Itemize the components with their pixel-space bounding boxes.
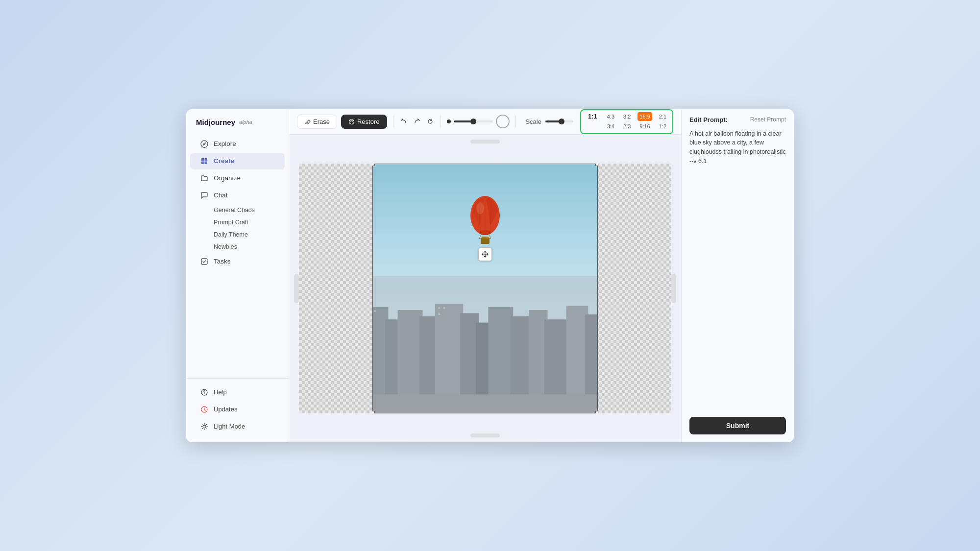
svg-rect-1 xyxy=(201,158,204,161)
sidebar-item-label-create: Create xyxy=(214,157,234,165)
sidebar-item-label-updates: Updates xyxy=(214,406,237,413)
sidebar-item-organize[interactable]: Organize xyxy=(190,170,285,187)
toolbar: Erase Restore xyxy=(289,109,681,135)
city-skyline xyxy=(372,276,598,413)
sidebar-subitem-label-newbies: Newbies xyxy=(214,243,237,250)
move-cursor-icon[interactable] xyxy=(478,247,492,261)
svg-line-14 xyxy=(202,424,202,425)
scroll-bottom[interactable] xyxy=(470,433,500,437)
sidebar-subitem-prompt-craft[interactable]: Prompt Craft xyxy=(190,216,285,228)
sidebar-subitem-newbies[interactable]: Newbies xyxy=(190,241,285,253)
sidebar: Midjourney alpha Explore xyxy=(186,109,289,442)
sidebar-subitem-general-chaos[interactable]: General Chaos xyxy=(190,204,285,216)
ratio-3-4[interactable]: 3:4 xyxy=(605,122,616,131)
chat-icon xyxy=(200,191,209,200)
brush-size-control xyxy=(447,115,510,128)
refresh-button[interactable] xyxy=(425,114,435,129)
handle-bottom-left[interactable] xyxy=(372,411,375,413)
sidebar-item-label-chat: Chat xyxy=(214,192,228,199)
tasks-icon xyxy=(200,257,209,266)
sidebar-item-label-explore: Explore xyxy=(214,140,236,147)
svg-point-0 xyxy=(201,141,208,147)
svg-rect-5 xyxy=(201,259,207,264)
handle-bottom-right[interactable] xyxy=(595,411,598,413)
sidebar-item-tasks[interactable]: Tasks xyxy=(190,253,285,270)
sidebar-item-label-help: Help xyxy=(214,388,227,396)
undo-button[interactable] xyxy=(399,114,408,129)
redo-button[interactable] xyxy=(412,114,421,129)
ratio-4-3[interactable]: 4:3 xyxy=(605,112,616,121)
ratio-1-2[interactable]: 1:2 xyxy=(657,122,668,131)
svg-rect-2 xyxy=(205,158,208,161)
svg-rect-4 xyxy=(205,161,208,164)
grid-icon xyxy=(200,157,209,166)
restore-icon xyxy=(348,119,355,125)
restore-button[interactable]: Restore xyxy=(341,115,387,129)
toolbar-divider-1 xyxy=(393,116,393,127)
sidebar-item-label-organize: Organize xyxy=(214,174,241,182)
sidebar-item-help[interactable]: Help xyxy=(190,384,285,401)
app-name: Midjourney xyxy=(196,118,235,126)
help-icon xyxy=(200,388,209,397)
ratio-1-1[interactable]: 1:1 xyxy=(585,112,600,121)
svg-rect-41 xyxy=(438,313,440,315)
aspect-ratio-grid: 1:1 4:3 3:2 16:9 2:1 3:4 2:3 9:16 1:2 xyxy=(580,109,673,134)
sidebar-item-label-light-mode: Light Mode xyxy=(214,423,245,430)
hot-air-balloon xyxy=(466,193,505,247)
ratio-2-1[interactable]: 2:1 xyxy=(657,112,668,121)
sidebar-item-light-mode[interactable]: Light Mode xyxy=(190,418,285,435)
erase-icon xyxy=(304,119,311,125)
submit-button[interactable]: Submit xyxy=(689,417,786,434)
compass-icon xyxy=(200,140,209,148)
reset-prompt-link[interactable]: Reset Prompt xyxy=(750,116,786,123)
sun-icon xyxy=(200,422,209,431)
brush-dot xyxy=(447,120,451,123)
circle-button[interactable] xyxy=(496,115,510,128)
scale-thumb xyxy=(559,119,564,124)
scroll-right[interactable] xyxy=(671,274,676,303)
svg-rect-48 xyxy=(482,237,489,239)
handle-top-right[interactable] xyxy=(595,164,598,166)
slider-thumb xyxy=(470,119,476,124)
panel-header: Edit Prompt: Reset Prompt xyxy=(682,109,794,126)
scale-slider[interactable] xyxy=(545,120,573,122)
sidebar-subitem-label-daily-theme: Daily Theme xyxy=(214,231,248,238)
folder-icon xyxy=(200,174,209,183)
ratio-2-3[interactable]: 2:3 xyxy=(621,122,633,131)
erase-label: Erase xyxy=(313,118,330,125)
canvas-container xyxy=(299,164,671,413)
ratio-9-16[interactable]: 9:16 xyxy=(637,122,652,131)
svg-rect-3 xyxy=(201,161,204,164)
logo: Midjourney alpha xyxy=(186,109,289,131)
sidebar-subitem-label-prompt-craft: Prompt Craft xyxy=(214,219,248,226)
sidebar-item-chat[interactable]: Chat xyxy=(190,187,285,204)
erase-button[interactable]: Erase xyxy=(297,115,337,129)
handle-top-left[interactable] xyxy=(372,164,375,166)
svg-rect-40 xyxy=(443,307,445,309)
app-subtitle: alpha xyxy=(239,119,252,125)
svg-line-15 xyxy=(206,428,207,429)
sidebar-item-explore[interactable]: Explore xyxy=(190,136,285,152)
sidebar-subitem-daily-theme[interactable]: Daily Theme xyxy=(190,229,285,240)
scroll-left[interactable] xyxy=(294,274,299,303)
sidebar-item-create[interactable]: Create xyxy=(190,153,285,169)
scroll-top[interactable] xyxy=(470,140,500,144)
svg-rect-37 xyxy=(374,310,376,312)
toolbar-divider-3 xyxy=(515,116,516,127)
ratio-16-9[interactable]: 16:9 xyxy=(637,112,652,121)
svg-point-50 xyxy=(476,202,484,214)
svg-rect-42 xyxy=(372,394,598,413)
image-frame[interactable] xyxy=(372,164,598,413)
restore-label: Restore xyxy=(357,118,380,125)
sidebar-item-updates[interactable]: Updates xyxy=(190,401,285,418)
svg-line-16 xyxy=(206,424,207,425)
svg-point-7 xyxy=(204,393,204,393)
ratio-3-2[interactable]: 3:2 xyxy=(621,112,633,121)
sidebar-subitem-label-general-chaos: General Chaos xyxy=(214,207,255,214)
edit-prompt-label: Edit Prompt: xyxy=(689,116,728,123)
svg-point-18 xyxy=(349,119,354,124)
sidebar-item-label-tasks: Tasks xyxy=(214,258,231,265)
prompt-text: A hot air balloon floating in a clear bl… xyxy=(682,126,794,174)
brush-size-slider[interactable] xyxy=(454,120,493,122)
main-content: Erase Restore xyxy=(289,109,681,442)
